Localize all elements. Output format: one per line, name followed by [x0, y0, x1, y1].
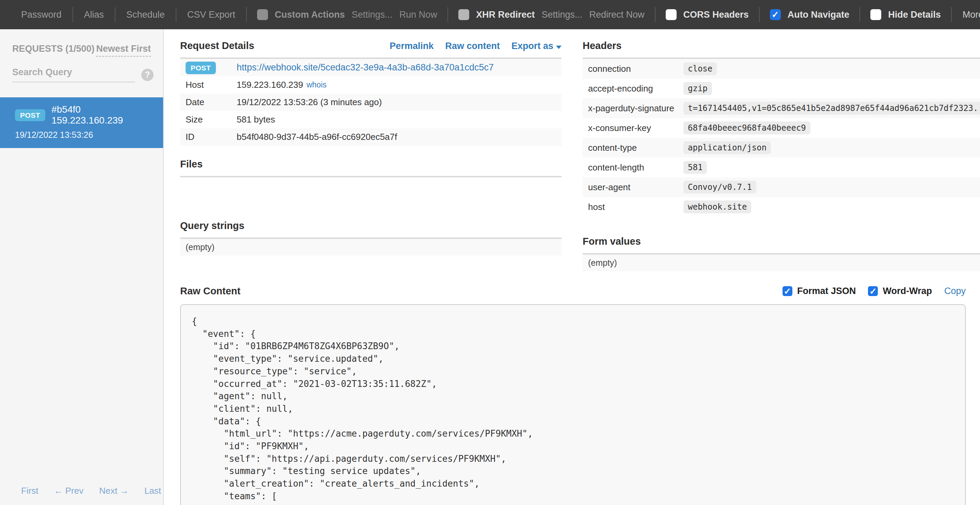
header-name: connection: [588, 64, 683, 74]
host-label: Host: [186, 79, 237, 90]
toolbar-separator: [655, 7, 655, 22]
pagination-first[interactable]: First: [21, 486, 38, 496]
header-row-host: host webhook.site: [582, 197, 980, 217]
header-value: 581: [683, 161, 707, 174]
permalink-link[interactable]: Permalink: [390, 41, 433, 51]
header-name: x-consumer-key: [588, 123, 683, 133]
header-row-accept-encoding: accept-encoding gzip: [582, 79, 980, 98]
hide-details-group: Hide Details: [862, 9, 949, 20]
header-value: close: [683, 62, 717, 75]
toolbar-separator: [951, 7, 952, 22]
help-icon[interactable]: ?: [141, 69, 154, 81]
header-name: user-agent: [588, 182, 683, 193]
request-list: POST #b54f0 159.223.160.239 19/12/2022 1…: [0, 97, 163, 148]
request-item-title: #b54f0 159.223.160.239: [51, 104, 148, 126]
host-row: Host 159.223.160.239 whois: [180, 76, 562, 94]
requests-count-label: REQUESTS (1/500): [12, 44, 95, 54]
hide-details-checkbox[interactable]: [870, 9, 881, 20]
nav-schedule[interactable]: Schedule: [118, 10, 173, 20]
custom-actions-checkbox[interactable]: [257, 9, 268, 20]
format-json-toggle[interactable]: ✓ Format JSON: [783, 286, 856, 296]
more-menu[interactable]: More: [954, 10, 980, 20]
size-value: 581 bytes: [237, 114, 275, 125]
search-input[interactable]: [12, 67, 135, 83]
raw-content-link[interactable]: Raw content: [445, 41, 500, 51]
copy-button[interactable]: Copy: [944, 286, 966, 296]
checkmark-icon: ✓: [772, 10, 779, 19]
toolbar-separator: [246, 7, 247, 22]
date-value: 19/12/2022 13:53:26 (3 minutes ago): [237, 97, 382, 108]
host-value: 159.223.160.239: [237, 79, 303, 90]
header-value: t=1671454405,v1=05c865e41b5e2ad8987e65f4…: [683, 102, 980, 115]
xhr-redirect-checkbox[interactable]: [458, 9, 469, 20]
header-row-user-agent: user-agent Convoy/v0.7.1: [582, 177, 980, 197]
word-wrap-checkbox[interactable]: ✓: [868, 286, 878, 296]
toolbar-separator: [759, 7, 760, 22]
custom-actions-run-now-link[interactable]: Run Now: [399, 10, 437, 20]
headers-title: Headers: [582, 40, 980, 51]
custom-actions-group: Custom Actions Settings... Run Now: [249, 9, 445, 20]
date-label: Date: [186, 97, 237, 108]
cors-headers-checkbox[interactable]: [666, 9, 676, 20]
id-value: b54f0480-9d37-44b5-a96f-cc6920ec5a7f: [237, 132, 397, 142]
header-row-x-pagerduty-signature: x-pagerduty-signature t=1671454405,v1=05…: [582, 98, 980, 118]
nav-csv-export[interactable]: CSV Export: [178, 10, 244, 20]
pagination-next[interactable]: Next →: [99, 486, 129, 496]
size-label: Size: [186, 114, 237, 125]
post-method-badge: POST: [15, 109, 45, 121]
toolbar-separator: [115, 7, 115, 22]
nav-alias[interactable]: Alias: [75, 10, 113, 20]
hide-details-label: Hide Details: [888, 10, 941, 20]
toolbar-separator: [73, 7, 73, 22]
custom-actions-settings-link[interactable]: Settings...: [352, 10, 393, 20]
toolbar-separator: [859, 7, 860, 22]
xhr-redirect-label: XHR Redirect: [476, 10, 535, 20]
query-strings-title: Query strings: [180, 220, 562, 232]
requests-sidebar: REQUESTS (1/500) Newest First ? POST #b5…: [0, 29, 164, 505]
auto-navigate-group: ✓ Auto Navigate: [762, 9, 858, 20]
request-url-row: POST https://webhook.site/5cedac32-3e9a-…: [180, 59, 562, 76]
request-details-table: POST https://webhook.site/5cedac32-3e9a-…: [180, 57, 562, 146]
xhr-redirect-now-link[interactable]: Redirect Now: [589, 10, 644, 20]
toolbar-separator: [447, 7, 448, 22]
request-url-link[interactable]: https://webhook.site/5cedac32-3e9a-4a3b-…: [237, 62, 494, 73]
pagination-prev[interactable]: ← Prev: [54, 486, 84, 496]
files-table: [180, 176, 562, 201]
raw-content-section: Raw Content ✓ Format JSON ✓ Word-Wrap Co…: [180, 286, 966, 505]
header-row-x-consumer-key: x-consumer-key 68fa40beeec968fa40beeec9: [582, 118, 980, 138]
header-row-content-length: content-length 581: [582, 157, 980, 177]
pagination: First ← Prev Next → Last: [21, 486, 161, 496]
post-method-badge: POST: [186, 62, 216, 74]
whois-link[interactable]: whois: [307, 80, 326, 89]
request-list-item-selected[interactable]: POST #b54f0 159.223.160.239 19/12/2022 1…: [0, 97, 163, 148]
header-row-connection: connection close: [582, 59, 980, 79]
header-name: host: [588, 202, 683, 212]
query-strings-empty-row: (empty): [180, 239, 562, 256]
header-value: webhook.site: [683, 200, 751, 213]
nav-password[interactable]: Password: [12, 10, 70, 20]
header-row-content-type: content-type application/json: [582, 138, 980, 157]
header-name: content-length: [588, 162, 683, 173]
form-values-table: (empty): [582, 253, 980, 271]
query-strings-empty-label: (empty): [186, 242, 215, 252]
checkmark-icon: ✓: [784, 287, 791, 296]
id-label: ID: [186, 132, 237, 142]
custom-actions-label: Custom Actions: [275, 10, 345, 20]
export-as-dropdown[interactable]: Export as: [511, 41, 562, 51]
header-name: content-type: [588, 143, 683, 153]
auto-navigate-checkbox[interactable]: ✓: [770, 9, 781, 20]
raw-json-text: { "event": { "id": "01BRB6ZP4M6T8ZG4X6BP…: [192, 315, 954, 505]
form-values-empty-row: (empty): [582, 254, 980, 271]
header-name: accept-encoding: [588, 83, 683, 94]
request-details-column: Request Details Permalink Raw content Ex…: [180, 40, 562, 271]
xhr-redirect-settings-link[interactable]: Settings...: [541, 10, 582, 20]
sort-order-toggle[interactable]: Newest First: [96, 44, 151, 57]
query-strings-table: (empty): [180, 238, 562, 256]
pagination-last[interactable]: Last: [145, 486, 161, 496]
word-wrap-toggle[interactable]: ✓ Word-Wrap: [868, 286, 932, 296]
top-toolbar: Password Alias Schedule CSV Export Custo…: [0, 0, 980, 29]
header-value: gzip: [683, 82, 712, 95]
format-json-checkbox[interactable]: ✓: [783, 286, 792, 296]
raw-content-body[interactable]: { "event": { "id": "01BRB6ZP4M6T8ZG4X6BP…: [180, 304, 966, 505]
header-value: Convoy/v0.7.1: [683, 181, 756, 194]
